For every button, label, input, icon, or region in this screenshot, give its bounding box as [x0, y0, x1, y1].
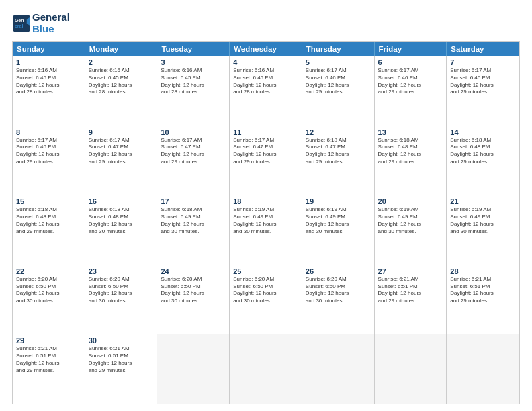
calendar-cell-4: 4Sunrise: 6:16 AMSunset: 6:45 PMDaylight… [230, 56, 302, 126]
calendar-cell-3: 3Sunrise: 6:16 AMSunset: 6:45 PMDaylight… [157, 56, 230, 126]
day-number: 11 [233, 128, 298, 136]
day-number: 15 [16, 197, 81, 205]
calendar-cell-22: 22Sunrise: 6:20 AMSunset: 6:50 PMDayligh… [13, 265, 85, 334]
cell-info: Sunrise: 6:17 AMSunset: 6:47 PMDaylight:… [233, 137, 298, 166]
header: Gen eral General Blue [12, 12, 520, 34]
day-number: 28 [450, 267, 516, 275]
day-number: 17 [161, 197, 226, 205]
cell-info: Sunrise: 6:17 AMSunset: 6:46 PMDaylight:… [16, 137, 81, 166]
day-number: 24 [161, 267, 226, 275]
cell-info: Sunrise: 6:17 AMSunset: 6:47 PMDaylight:… [161, 137, 226, 166]
calendar: SundayMondayTuesdayWednesdayThursdayFrid… [12, 41, 520, 404]
day-number: 5 [306, 58, 371, 66]
cell-info: Sunrise: 6:20 AMSunset: 6:50 PMDaylight:… [89, 276, 154, 305]
day-number: 19 [306, 197, 371, 205]
calendar-cell-30: 30Sunrise: 6:21 AMSunset: 6:51 PMDayligh… [85, 334, 158, 404]
header-day-tuesday: Tuesday [157, 42, 230, 56]
calendar-row-3: 15Sunrise: 6:18 AMSunset: 6:48 PMDayligh… [13, 195, 519, 265]
cell-info: Sunrise: 6:17 AMSunset: 6:46 PMDaylight:… [306, 67, 371, 96]
logo: Gen eral General Blue [12, 12, 70, 34]
calendar-cell-5: 5Sunrise: 6:17 AMSunset: 6:46 PMDaylight… [302, 56, 375, 126]
cell-info: Sunrise: 6:16 AMSunset: 6:45 PMDaylight:… [161, 67, 226, 96]
calendar-cell-empty [375, 334, 447, 404]
calendar-cell-29: 29Sunrise: 6:21 AMSunset: 6:51 PMDayligh… [13, 334, 85, 404]
cell-info: Sunrise: 6:18 AMSunset: 6:48 PMDaylight:… [89, 206, 154, 235]
cell-info: Sunrise: 6:16 AMSunset: 6:45 PMDaylight:… [16, 67, 81, 96]
calendar-cell-11: 11Sunrise: 6:17 AMSunset: 6:47 PMDayligh… [230, 126, 302, 195]
calendar-cell-8: 8Sunrise: 6:17 AMSunset: 6:46 PMDaylight… [13, 126, 85, 195]
calendar-cell-23: 23Sunrise: 6:20 AMSunset: 6:50 PMDayligh… [85, 265, 158, 334]
day-number: 16 [89, 197, 154, 205]
header-day-sunday: Sunday [13, 42, 85, 56]
calendar-cell-16: 16Sunrise: 6:18 AMSunset: 6:48 PMDayligh… [85, 195, 158, 265]
day-number: 26 [306, 267, 371, 275]
calendar-cell-24: 24Sunrise: 6:20 AMSunset: 6:50 PMDayligh… [157, 265, 230, 334]
calendar-header: SundayMondayTuesdayWednesdayThursdayFrid… [13, 42, 519, 56]
day-number: 2 [89, 58, 154, 66]
logo-icon: Gen eral [12, 14, 31, 33]
day-number: 4 [233, 58, 298, 66]
logo-line2: Blue [32, 24, 70, 35]
day-number: 18 [233, 197, 298, 205]
calendar-body: 1Sunrise: 6:16 AMSunset: 6:45 PMDaylight… [13, 56, 519, 404]
cell-info: Sunrise: 6:20 AMSunset: 6:50 PMDaylight:… [306, 276, 371, 305]
calendar-cell-empty [157, 334, 230, 404]
day-number: 14 [450, 128, 516, 136]
cell-info: Sunrise: 6:21 AMSunset: 6:51 PMDaylight:… [450, 276, 516, 305]
day-number: 25 [233, 267, 298, 275]
cell-info: Sunrise: 6:20 AMSunset: 6:50 PMDaylight:… [161, 276, 226, 305]
calendar-cell-28: 28Sunrise: 6:21 AMSunset: 6:51 PMDayligh… [447, 265, 519, 334]
day-number: 27 [378, 267, 443, 275]
cell-info: Sunrise: 6:19 AMSunset: 6:49 PMDaylight:… [233, 206, 298, 235]
header-day-wednesday: Wednesday [230, 42, 302, 56]
svg-text:eral: eral [15, 24, 24, 28]
cell-info: Sunrise: 6:18 AMSunset: 6:47 PMDaylight:… [306, 137, 371, 166]
calendar-cell-14: 14Sunrise: 6:18 AMSunset: 6:48 PMDayligh… [447, 126, 519, 195]
day-number: 20 [378, 197, 443, 205]
calendar-row-2: 8Sunrise: 6:17 AMSunset: 6:46 PMDaylight… [13, 126, 519, 196]
calendar-cell-1: 1Sunrise: 6:16 AMSunset: 6:45 PMDaylight… [13, 56, 85, 126]
calendar-cell-20: 20Sunrise: 6:19 AMSunset: 6:49 PMDayligh… [375, 195, 447, 265]
calendar-cell-13: 13Sunrise: 6:18 AMSunset: 6:48 PMDayligh… [375, 126, 447, 195]
logo-line1: General [32, 12, 70, 24]
cell-info: Sunrise: 6:21 AMSunset: 6:51 PMDaylight:… [89, 345, 154, 374]
cell-info: Sunrise: 6:16 AMSunset: 6:45 PMDaylight:… [233, 67, 298, 96]
calendar-cell-15: 15Sunrise: 6:18 AMSunset: 6:48 PMDayligh… [13, 195, 85, 265]
cell-info: Sunrise: 6:19 AMSunset: 6:49 PMDaylight:… [378, 206, 443, 235]
cell-info: Sunrise: 6:17 AMSunset: 6:46 PMDaylight:… [450, 67, 516, 96]
day-number: 13 [378, 128, 443, 136]
calendar-cell-26: 26Sunrise: 6:20 AMSunset: 6:50 PMDayligh… [302, 265, 375, 334]
cell-info: Sunrise: 6:18 AMSunset: 6:48 PMDaylight:… [16, 206, 81, 235]
cell-info: Sunrise: 6:21 AMSunset: 6:51 PMDaylight:… [16, 345, 81, 374]
cell-info: Sunrise: 6:16 AMSunset: 6:45 PMDaylight:… [89, 67, 154, 96]
day-number: 22 [16, 267, 81, 275]
day-number: 12 [306, 128, 371, 136]
cell-info: Sunrise: 6:20 AMSunset: 6:50 PMDaylight:… [16, 276, 81, 305]
day-number: 7 [450, 58, 516, 66]
day-number: 6 [378, 58, 443, 66]
calendar-cell-6: 6Sunrise: 6:17 AMSunset: 6:46 PMDaylight… [375, 56, 447, 126]
day-number: 30 [89, 336, 154, 345]
cell-info: Sunrise: 6:19 AMSunset: 6:49 PMDaylight:… [450, 206, 516, 235]
cell-info: Sunrise: 6:18 AMSunset: 6:48 PMDaylight:… [378, 137, 443, 166]
calendar-cell-19: 19Sunrise: 6:19 AMSunset: 6:49 PMDayligh… [302, 195, 375, 265]
day-number: 10 [161, 128, 226, 136]
header-day-friday: Friday [375, 42, 447, 56]
calendar-cell-empty [230, 334, 302, 404]
calendar-cell-9: 9Sunrise: 6:17 AMSunset: 6:47 PMDaylight… [85, 126, 158, 195]
cell-info: Sunrise: 6:17 AMSunset: 6:46 PMDaylight:… [378, 67, 443, 96]
cell-info: Sunrise: 6:20 AMSunset: 6:50 PMDaylight:… [233, 276, 298, 305]
calendar-cell-7: 7Sunrise: 6:17 AMSunset: 6:46 PMDaylight… [447, 56, 519, 126]
calendar-cell-empty [302, 334, 375, 404]
calendar-cell-27: 27Sunrise: 6:21 AMSunset: 6:51 PMDayligh… [375, 265, 447, 334]
cell-info: Sunrise: 6:21 AMSunset: 6:51 PMDaylight:… [378, 276, 443, 305]
day-number: 23 [89, 267, 154, 275]
cell-info: Sunrise: 6:17 AMSunset: 6:47 PMDaylight:… [89, 137, 154, 166]
svg-text:Gen: Gen [15, 18, 24, 23]
cell-info: Sunrise: 6:19 AMSunset: 6:49 PMDaylight:… [306, 206, 371, 235]
day-number: 1 [16, 58, 81, 66]
day-number: 29 [16, 336, 81, 345]
header-day-thursday: Thursday [302, 42, 375, 56]
calendar-row-5: 29Sunrise: 6:21 AMSunset: 6:51 PMDayligh… [13, 334, 519, 404]
calendar-cell-2: 2Sunrise: 6:16 AMSunset: 6:45 PMDaylight… [85, 56, 158, 126]
